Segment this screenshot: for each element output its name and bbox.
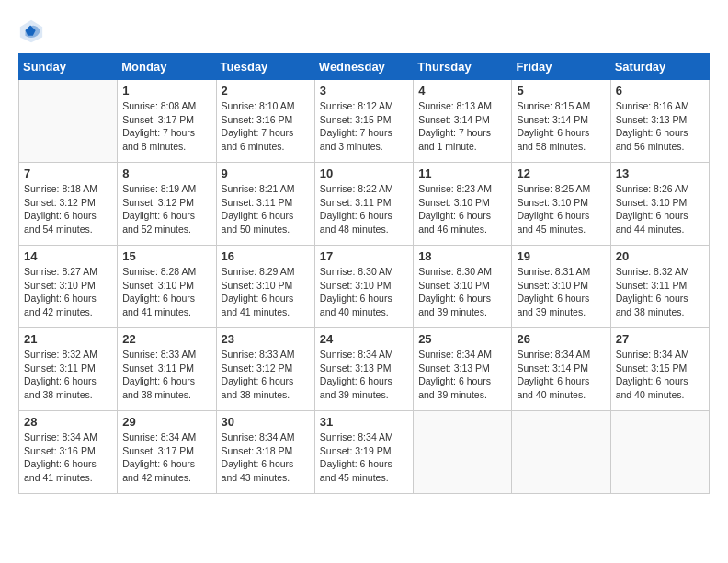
calendar-week-3: 14Sunrise: 8:27 AMSunset: 3:10 PMDayligh… bbox=[19, 246, 710, 328]
day-info: Sunrise: 8:29 AMSunset: 3:10 PMDaylight:… bbox=[222, 265, 310, 319]
day-number: 11 bbox=[418, 167, 506, 180]
day-info: Sunrise: 8:25 AMSunset: 3:10 PMDaylight:… bbox=[517, 182, 605, 236]
day-header-sunday: Sunday bbox=[19, 54, 118, 80]
calendar-cell: 16Sunrise: 8:29 AMSunset: 3:10 PMDayligh… bbox=[216, 246, 314, 328]
day-header-wednesday: Wednesday bbox=[314, 54, 413, 80]
calendar-cell: 7Sunrise: 8:18 AMSunset: 3:12 PMDaylight… bbox=[19, 163, 118, 246]
day-number: 31 bbox=[320, 415, 408, 429]
day-info: Sunrise: 8:22 AMSunset: 3:11 PMDaylight:… bbox=[320, 182, 408, 236]
calendar-cell: 30Sunrise: 8:34 AMSunset: 3:18 PMDayligh… bbox=[216, 411, 314, 494]
calendar-week-1: 1Sunrise: 8:08 AMSunset: 3:17 PMDaylight… bbox=[19, 80, 710, 163]
day-number: 15 bbox=[122, 249, 210, 263]
day-info: Sunrise: 8:33 AMSunset: 3:12 PMDaylight:… bbox=[222, 348, 310, 402]
calendar-cell: 31Sunrise: 8:34 AMSunset: 3:19 PMDayligh… bbox=[314, 411, 413, 494]
day-info: Sunrise: 8:34 AMSunset: 3:18 PMDaylight:… bbox=[222, 431, 310, 485]
day-number: 20 bbox=[616, 249, 704, 263]
day-number: 22 bbox=[122, 332, 210, 346]
calendar-cell: 12Sunrise: 8:25 AMSunset: 3:10 PMDayligh… bbox=[512, 163, 610, 246]
calendar-cell: 29Sunrise: 8:34 AMSunset: 3:17 PMDayligh… bbox=[118, 411, 216, 494]
calendar-cell: 15Sunrise: 8:28 AMSunset: 3:10 PMDayligh… bbox=[118, 246, 216, 328]
days-header-row: SundayMondayTuesdayWednesdayThursdayFrid… bbox=[19, 54, 710, 80]
day-info: Sunrise: 8:18 AMSunset: 3:12 PMDaylight:… bbox=[24, 182, 112, 236]
day-info: Sunrise: 8:27 AMSunset: 3:10 PMDaylight:… bbox=[24, 265, 112, 319]
day-info: Sunrise: 8:28 AMSunset: 3:10 PMDaylight:… bbox=[122, 265, 210, 319]
day-info: Sunrise: 8:30 AMSunset: 3:10 PMDaylight:… bbox=[418, 265, 506, 319]
day-info: Sunrise: 8:32 AMSunset: 3:11 PMDaylight:… bbox=[24, 348, 112, 402]
calendar-cell: 13Sunrise: 8:26 AMSunset: 3:10 PMDayligh… bbox=[610, 163, 709, 246]
day-info: Sunrise: 8:34 AMSunset: 3:16 PMDaylight:… bbox=[24, 431, 112, 485]
day-info: Sunrise: 8:23 AMSunset: 3:10 PMDaylight:… bbox=[418, 182, 506, 236]
day-info: Sunrise: 8:30 AMSunset: 3:10 PMDaylight:… bbox=[320, 265, 408, 319]
calendar-cell: 5Sunrise: 8:15 AMSunset: 3:14 PMDaylight… bbox=[512, 80, 610, 163]
day-number: 14 bbox=[24, 249, 112, 263]
calendar-week-4: 21Sunrise: 8:32 AMSunset: 3:11 PMDayligh… bbox=[19, 328, 710, 411]
calendar-cell bbox=[19, 80, 118, 163]
day-header-tuesday: Tuesday bbox=[216, 54, 314, 80]
calendar-cell: 14Sunrise: 8:27 AMSunset: 3:10 PMDayligh… bbox=[19, 246, 118, 328]
calendar-cell bbox=[414, 411, 512, 494]
day-number: 8 bbox=[122, 167, 210, 180]
calendar-week-2: 7Sunrise: 8:18 AMSunset: 3:12 PMDaylight… bbox=[19, 163, 710, 246]
day-info: Sunrise: 8:13 AMSunset: 3:14 PMDaylight:… bbox=[418, 99, 506, 154]
day-info: Sunrise: 8:34 AMSunset: 3:13 PMDaylight:… bbox=[418, 348, 506, 402]
day-number: 27 bbox=[616, 332, 704, 346]
day-header-saturday: Saturday bbox=[610, 54, 709, 80]
day-info: Sunrise: 8:34 AMSunset: 3:14 PMDaylight:… bbox=[517, 348, 605, 402]
day-header-thursday: Thursday bbox=[414, 54, 512, 80]
calendar-cell: 24Sunrise: 8:34 AMSunset: 3:13 PMDayligh… bbox=[314, 328, 413, 411]
day-number: 21 bbox=[24, 332, 112, 346]
day-info: Sunrise: 8:32 AMSunset: 3:11 PMDaylight:… bbox=[616, 265, 704, 319]
day-info: Sunrise: 8:34 AMSunset: 3:17 PMDaylight:… bbox=[122, 431, 210, 485]
day-number: 12 bbox=[517, 167, 605, 180]
calendar-cell: 22Sunrise: 8:33 AMSunset: 3:11 PMDayligh… bbox=[118, 328, 216, 411]
calendar-cell: 8Sunrise: 8:19 AMSunset: 3:12 PMDaylight… bbox=[118, 163, 216, 246]
day-info: Sunrise: 8:34 AMSunset: 3:13 PMDaylight:… bbox=[320, 348, 408, 402]
calendar-cell: 18Sunrise: 8:30 AMSunset: 3:10 PMDayligh… bbox=[414, 246, 512, 328]
day-number: 19 bbox=[517, 249, 605, 263]
page-header bbox=[18, 18, 710, 44]
day-number: 25 bbox=[418, 332, 506, 346]
day-info: Sunrise: 8:33 AMSunset: 3:11 PMDaylight:… bbox=[122, 348, 210, 402]
day-info: Sunrise: 8:26 AMSunset: 3:10 PMDaylight:… bbox=[616, 182, 704, 236]
day-number: 2 bbox=[222, 84, 310, 98]
day-number: 18 bbox=[418, 249, 506, 263]
logo-icon bbox=[18, 18, 44, 44]
calendar-cell: 23Sunrise: 8:33 AMSunset: 3:12 PMDayligh… bbox=[216, 328, 314, 411]
calendar-cell: 21Sunrise: 8:32 AMSunset: 3:11 PMDayligh… bbox=[19, 328, 118, 411]
day-number: 3 bbox=[320, 84, 408, 98]
calendar-cell: 17Sunrise: 8:30 AMSunset: 3:10 PMDayligh… bbox=[314, 246, 413, 328]
calendar-cell bbox=[512, 411, 610, 494]
logo bbox=[18, 18, 48, 44]
day-number: 24 bbox=[320, 332, 408, 346]
calendar-cell: 19Sunrise: 8:31 AMSunset: 3:10 PMDayligh… bbox=[512, 246, 610, 328]
day-number: 1 bbox=[122, 84, 210, 98]
day-info: Sunrise: 8:31 AMSunset: 3:10 PMDaylight:… bbox=[517, 265, 605, 319]
day-number: 17 bbox=[320, 249, 408, 263]
calendar-cell: 25Sunrise: 8:34 AMSunset: 3:13 PMDayligh… bbox=[414, 328, 512, 411]
calendar-cell: 4Sunrise: 8:13 AMSunset: 3:14 PMDaylight… bbox=[414, 80, 512, 163]
calendar-week-5: 28Sunrise: 8:34 AMSunset: 3:16 PMDayligh… bbox=[19, 411, 710, 494]
calendar-cell: 6Sunrise: 8:16 AMSunset: 3:13 PMDaylight… bbox=[610, 80, 709, 163]
day-info: Sunrise: 8:15 AMSunset: 3:14 PMDaylight:… bbox=[517, 99, 605, 154]
calendar-cell: 10Sunrise: 8:22 AMSunset: 3:11 PMDayligh… bbox=[314, 163, 413, 246]
day-number: 10 bbox=[320, 167, 408, 180]
day-info: Sunrise: 8:12 AMSunset: 3:15 PMDaylight:… bbox=[320, 99, 408, 154]
day-number: 26 bbox=[517, 332, 605, 346]
calendar-cell: 20Sunrise: 8:32 AMSunset: 3:11 PMDayligh… bbox=[610, 246, 709, 328]
day-number: 6 bbox=[616, 84, 704, 98]
calendar-table: SundayMondayTuesdayWednesdayThursdayFrid… bbox=[18, 53, 710, 494]
calendar-cell bbox=[610, 411, 709, 494]
day-header-monday: Monday bbox=[118, 54, 216, 80]
day-number: 29 bbox=[122, 415, 210, 429]
calendar-cell: 11Sunrise: 8:23 AMSunset: 3:10 PMDayligh… bbox=[414, 163, 512, 246]
calendar-cell: 9Sunrise: 8:21 AMSunset: 3:11 PMDaylight… bbox=[216, 163, 314, 246]
calendar-cell: 27Sunrise: 8:34 AMSunset: 3:15 PMDayligh… bbox=[610, 328, 709, 411]
day-header-friday: Friday bbox=[512, 54, 610, 80]
day-info: Sunrise: 8:34 AMSunset: 3:19 PMDaylight:… bbox=[320, 431, 408, 485]
day-number: 9 bbox=[222, 167, 310, 180]
day-number: 4 bbox=[418, 84, 506, 98]
day-number: 28 bbox=[24, 415, 112, 429]
day-info: Sunrise: 8:34 AMSunset: 3:15 PMDaylight:… bbox=[616, 348, 704, 402]
day-info: Sunrise: 8:21 AMSunset: 3:11 PMDaylight:… bbox=[222, 182, 310, 236]
day-info: Sunrise: 8:10 AMSunset: 3:16 PMDaylight:… bbox=[222, 99, 310, 154]
